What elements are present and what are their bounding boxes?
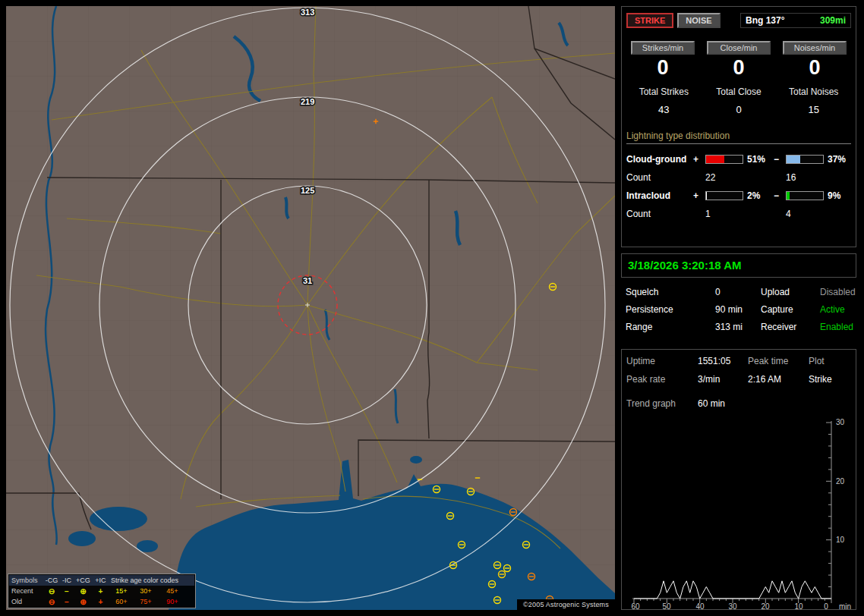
trend-graph-label: Trend graph bbox=[626, 398, 698, 409]
trend-box: Uptime 1551:05 Peak time Plot Peak rate … bbox=[621, 349, 856, 610]
lightning-type-distribution: Lightning type distribution Cloud-ground… bbox=[626, 130, 851, 223]
total-strikes-value: 43 bbox=[626, 104, 702, 115]
svg-text:30: 30 bbox=[728, 602, 737, 611]
total-close-value: 0 bbox=[702, 104, 777, 115]
range-value: 313 mi bbox=[715, 322, 761, 332]
total-noises-value: 15 bbox=[776, 104, 851, 115]
bearing-value: Bng 137° bbox=[746, 15, 784, 26]
intracloud-label: Intracloud bbox=[626, 190, 693, 201]
age-45: 45+ bbox=[158, 586, 187, 596]
strikes-per-min-value: 0 bbox=[626, 55, 699, 80]
x-axis-labels: 60 50 40 30 20 10 0 min bbox=[631, 602, 851, 611]
map-canvas: 313 219 125 31 bbox=[6, 6, 615, 610]
ring-label-31: 31 bbox=[303, 276, 312, 285]
cg-positive-bar bbox=[705, 155, 743, 164]
upload-status: Disabled bbox=[820, 287, 861, 297]
age-90: 90+ bbox=[158, 597, 187, 607]
cg-pos-old-icon: ⊕ bbox=[74, 597, 92, 607]
svg-text:50: 50 bbox=[662, 602, 671, 611]
persistence-label: Persistence bbox=[626, 304, 715, 315]
ic-neg-old-icon: − bbox=[59, 597, 74, 607]
age-60: 60+ bbox=[109, 597, 134, 607]
svg-text:10: 10 bbox=[794, 602, 803, 611]
legend-symbols-header: Symbols bbox=[9, 576, 44, 586]
cg-negative-pct: 37% bbox=[824, 154, 853, 165]
ring-label-313: 313 bbox=[301, 8, 314, 17]
ic-positive-pct: 2% bbox=[743, 190, 774, 201]
legend-col-ic-pos: +IC bbox=[92, 576, 109, 586]
svg-text:20: 20 bbox=[761, 602, 770, 611]
upload-label: Upload bbox=[761, 287, 820, 297]
total-close-label: Total Close bbox=[702, 86, 777, 97]
total-strikes-label: Total Strikes bbox=[626, 86, 702, 97]
svg-text:40: 40 bbox=[695, 602, 705, 611]
cg-positive-pct: 51% bbox=[743, 154, 774, 165]
plot-label: Plot bbox=[809, 356, 851, 366]
strike-toggle-button[interactable]: STRIKE bbox=[626, 13, 673, 28]
uptime-value: 1551:05 bbox=[698, 356, 748, 366]
copyright-notice: ©2005 Astrogenic Systems bbox=[517, 599, 615, 610]
receiver-label: Receiver bbox=[761, 322, 820, 332]
map-legend: Symbols -CG -IC +CG +IC Strike age color… bbox=[8, 574, 196, 608]
svg-text:30: 30 bbox=[836, 418, 845, 426]
cg-neg-recent-icon: ⊖ bbox=[44, 586, 59, 596]
trend-graph: 30 20 10 60 50 40 30 20 10 0 min bbox=[626, 416, 853, 614]
peak-time-label: Peak time bbox=[748, 356, 809, 366]
peak-rate-value: 3/min bbox=[698, 374, 748, 385]
strike-rate-trace bbox=[634, 581, 831, 599]
squelch-label: Squelch bbox=[626, 287, 715, 297]
receiver-status: Enabled bbox=[820, 322, 861, 332]
svg-text:60: 60 bbox=[631, 602, 640, 611]
svg-text:10: 10 bbox=[836, 536, 845, 544]
uptime-label: Uptime bbox=[626, 356, 698, 366]
trend-graph-window: 60 min bbox=[698, 398, 853, 409]
y-axis-labels: 30 20 10 bbox=[836, 418, 845, 544]
stormtracker-app: { "colors": {"clock": "#00e600", "active… bbox=[0, 0, 864, 616]
capture-label: Capture bbox=[761, 304, 820, 315]
capture-status: Active bbox=[820, 304, 861, 315]
status-panel: STRIKE NOISE Bng 137° 309mi Strikes/min … bbox=[621, 6, 858, 610]
plot-mode-value: Strike bbox=[809, 374, 851, 385]
date-time: 3/18/2026 3:20:18 AM bbox=[628, 259, 742, 272]
age-15: 15+ bbox=[109, 586, 134, 596]
peak-rate-label: Peak rate bbox=[626, 374, 698, 385]
cg-negative-count: 16 bbox=[786, 172, 824, 183]
ic-count-label: Count bbox=[626, 209, 693, 219]
ic-negative-pct: 9% bbox=[824, 190, 853, 201]
noises-per-min-value: 0 bbox=[778, 55, 851, 80]
legend-old-label: Old bbox=[9, 597, 44, 607]
distribution-title: Lightning type distribution bbox=[626, 130, 851, 144]
ring-label-125: 125 bbox=[301, 186, 314, 195]
counts-box: STRIKE NOISE Bng 137° 309mi Strikes/min … bbox=[621, 6, 856, 247]
ic-pos-old-icon: + bbox=[92, 597, 109, 607]
distance-value: 309mi bbox=[820, 15, 846, 26]
legend-col-cg-neg: -CG bbox=[44, 576, 59, 586]
cg-positive-count: 22 bbox=[705, 172, 743, 183]
noise-toggle-button[interactable]: NOISE bbox=[677, 13, 720, 28]
close-per-min-button[interactable]: Close/min bbox=[707, 41, 771, 55]
noises-per-min-button[interactable]: Noises/min bbox=[783, 41, 847, 55]
settings-readout: Squelch 0 Upload Disabled Persistence 90… bbox=[621, 284, 858, 335]
cg-negative-bar bbox=[786, 155, 824, 164]
total-noises-label: Total Noises bbox=[776, 86, 851, 97]
lightning-map[interactable]: 313 219 125 31 Symbols -CG -IC +CG +IC S… bbox=[6, 6, 615, 610]
ic-negative-bar bbox=[786, 191, 824, 200]
ic-negative-count: 4 bbox=[786, 209, 824, 219]
svg-text:0: 0 bbox=[824, 602, 828, 611]
ic-pos-recent-icon: + bbox=[92, 586, 109, 596]
persistence-value: 90 min bbox=[715, 304, 761, 315]
svg-text:20: 20 bbox=[836, 477, 845, 486]
age-30: 30+ bbox=[134, 586, 158, 596]
ic-positive-count: 1 bbox=[705, 209, 743, 219]
x-axis-unit: min bbox=[839, 602, 851, 611]
cloud-ground-label: Cloud-ground bbox=[626, 154, 693, 165]
bearing-readout: Bng 137° 309mi bbox=[740, 13, 851, 28]
ic-positive-bar bbox=[705, 191, 743, 200]
peak-time-value: 2:16 AM bbox=[748, 374, 809, 385]
legend-recent-label: Recent bbox=[9, 586, 44, 596]
cg-pos-recent-icon: ⊕ bbox=[74, 586, 92, 596]
strikes-per-min-button[interactable]: Strikes/min bbox=[631, 41, 695, 55]
legend-col-cg-pos: +CG bbox=[74, 576, 92, 586]
legend-age-title: Strike age color codes bbox=[109, 576, 187, 586]
clock-box: 3/18/2026 3:20:18 AM bbox=[621, 253, 856, 278]
